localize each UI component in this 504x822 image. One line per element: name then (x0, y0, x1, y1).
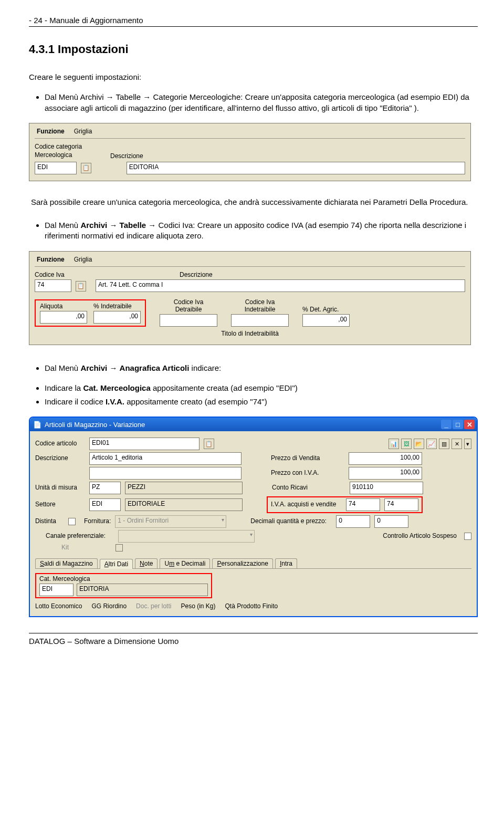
tab-altri-dati[interactable]: Altri Dati (100, 559, 133, 569)
maximize-button[interactable]: □ (453, 420, 463, 429)
lbl-um: Unità di misura (35, 484, 85, 491)
checkbox-controllo-sospeso[interactable] (464, 533, 471, 540)
lbl-codiva-indetraibile: Codice Iva Indetraibile (231, 298, 289, 313)
field-settore[interactable]: EDI (89, 498, 121, 511)
bullet-1: Dal Menù Archivi → Tabelle → Categorie M… (45, 92, 478, 113)
field-codice-iva[interactable]: 74 (35, 279, 71, 292)
dropdown-canale[interactable] (118, 530, 255, 543)
lbl-codice-articolo: Codice articolo (35, 440, 85, 447)
field-codice-articolo[interactable]: EDI01 (89, 438, 200, 450)
lbl-peso: Peso (in Kg) (181, 602, 215, 610)
field-indetraibile[interactable]: ,00 (93, 311, 141, 324)
iva-highlight: I.V.A. acquisti e vendite 74 74 (267, 496, 423, 513)
field-descrizione-art[interactable]: Articolo 1_editoria (89, 452, 242, 465)
lbl-qta-prodotto: Qtà Prodotto Finito (225, 602, 278, 610)
lbl-canale: Canale preferenziale: (35, 532, 114, 539)
tab-funzione[interactable]: FFunzioneunzione (37, 128, 65, 135)
field-descrizione-art2[interactable] (89, 467, 242, 480)
tab-griglia[interactable]: Griglia (74, 128, 92, 135)
window-icon: 📄 (33, 421, 41, 429)
footer: DATALOG – Software a Dimensione Uomo (29, 633, 478, 646)
lbl-codice-iva: Codice Iva (35, 271, 71, 278)
delete-icon[interactable]: ✕ (452, 439, 462, 449)
lbl-distinta: Distinta (35, 517, 64, 525)
bullet-3: Dal Menù Archivi → Anagrafica Articoli i… (45, 363, 478, 373)
field-um-desc: PEZZI (125, 482, 243, 494)
lbl-codice-categoria: Codice categoria (35, 143, 103, 150)
field-settore-desc: EDITORIALE (125, 498, 243, 511)
lbl-descrizione-iva: Descrizione (180, 271, 465, 278)
tab-intra[interactable]: Intra (275, 558, 297, 568)
close-button[interactable]: ✕ (464, 420, 475, 429)
section-title: 4.3.1 Impostazioni (29, 43, 478, 56)
field-iva-1[interactable]: 74 (346, 498, 380, 511)
page-header: - 24 - Manuale di Aggiornamento (29, 16, 478, 25)
tab-griglia-2[interactable]: Griglia (74, 256, 92, 263)
tab-funzione-2[interactable]: Funzione (37, 256, 65, 263)
minimize-button[interactable]: _ (441, 420, 452, 429)
field-aliquota[interactable]: ,00 (40, 311, 87, 324)
field-codice-categoria[interactable]: EDI (35, 162, 77, 174)
field-cat-merc-desc: EDITORIA (77, 584, 208, 596)
copy-icon-3[interactable]: 📋 (204, 439, 214, 449)
chart-icon[interactable]: 📊 (388, 439, 399, 449)
lbl-settore: Settore (35, 501, 85, 508)
lbl-iva-acq-vend: I.V.A. acquisti e vendite (271, 501, 342, 508)
copy-icon[interactable]: 📋 (81, 163, 91, 173)
field-um[interactable]: PZ (89, 482, 121, 494)
lbl-descrizione: Descrizione (110, 152, 143, 160)
barcode-icon[interactable]: ▥ (439, 439, 449, 449)
catmerc-highlight: Cat. Merceologica EDI EDITORIA (35, 573, 212, 598)
lbl-prezzo-vendita: Prezzo di Vendita (271, 454, 344, 462)
field-conto-ricavi[interactable]: 910110 (350, 482, 423, 494)
lbl-kit: Kit (35, 544, 111, 551)
panel-categorie: FFunzioneunzione Griglia Codice categori… (29, 123, 471, 181)
field-iva-2[interactable]: 74 (384, 498, 418, 511)
lbl-cat-merc: Cat. Merceologica (39, 575, 208, 582)
lbl-aliquota: Aliquota (40, 303, 87, 310)
field-det-agric[interactable]: ,00 (302, 314, 350, 327)
bullet-2: Dal Menù Archivi → Tabelle → Codici Iva:… (45, 220, 478, 242)
window-title: Articoli di Magazzino - Variazione (45, 421, 145, 429)
checkbox-kit (116, 544, 123, 552)
field-cat-merc[interactable]: EDI (39, 584, 74, 596)
lbl-fornitura: Fornitura: (84, 517, 111, 525)
graph-icon[interactable]: 📈 (426, 439, 437, 449)
tab-um-decimali[interactable]: Um e Decimali (160, 558, 210, 568)
intro-text: Creare le seguenti impostazioni: (29, 72, 478, 82)
field-codiva-detraibile[interactable] (160, 314, 217, 327)
field-dec2[interactable]: 0 (374, 515, 408, 528)
copy-icon-2[interactable]: 📋 (76, 281, 86, 292)
field-descrizione-iva[interactable]: Art. 74 Lett. C comma I (96, 279, 465, 292)
dropdown-icon[interactable]: ▾ (464, 439, 471, 449)
field-descrizione[interactable]: EDITORIA (127, 162, 465, 174)
lbl-prezzo-iva: Prezzo con I.V.A. (271, 469, 344, 476)
folder-icon[interactable]: 📂 (414, 439, 424, 449)
lbl-gg-riordino: GG Riordino (91, 602, 127, 610)
checkbox-distinta[interactable] (68, 518, 76, 525)
lbl-descrizione-art: Descrizione (35, 454, 85, 462)
tab-saldi[interactable]: SSaldi di Magazzinoaldi di Magazzino (35, 558, 98, 568)
field-prezzo-vendita[interactable]: 100,00 (349, 452, 422, 465)
lbl-decimali: Decimali quantità e prezzo: (250, 517, 332, 525)
lbl-det-agric: % Det. Agric. (302, 306, 350, 313)
aliquota-highlight: Aliquota ,00 % Indetraibile ,00 (35, 299, 146, 327)
lbl-titolo-indet: Titolo di Indetraibilità (221, 330, 279, 337)
lbl-merceologica: Merceologica (35, 151, 103, 159)
tab-note[interactable]: Note (135, 558, 158, 568)
sub-bullet-1: Indicare la Cat. Merceologica appositame… (45, 383, 478, 393)
image-icon[interactable]: 🖼 (401, 439, 412, 449)
field-dec1[interactable]: 0 (336, 515, 370, 528)
lbl-codiva-detraibile: Codice Iva Detraibile (160, 298, 217, 313)
note-unica-categoria: Sarà possibile creare un'unica categoria… (29, 197, 478, 207)
lbl-doc-per-lotti: Doc. per lotti (136, 602, 171, 610)
header-rule (29, 26, 478, 27)
field-codiva-indetraibile[interactable] (231, 314, 289, 327)
lbl-conto-ricavi: Conto Ricavi (272, 484, 345, 491)
field-prezzo-iva[interactable]: 100,00 (349, 467, 422, 480)
tab-personalizzazione[interactable]: Personalizzazione (212, 558, 272, 568)
lbl-lotto-eco: Lotto Economico (35, 602, 82, 610)
dropdown-fornitura[interactable]: 1 - Ordini Fornitori (115, 515, 226, 528)
lbl-controllo-sospeso: Controllo Articolo Sospeso (383, 532, 457, 539)
sub-bullet-2: Indicare il codice I.V.A. appositamente … (45, 397, 478, 407)
